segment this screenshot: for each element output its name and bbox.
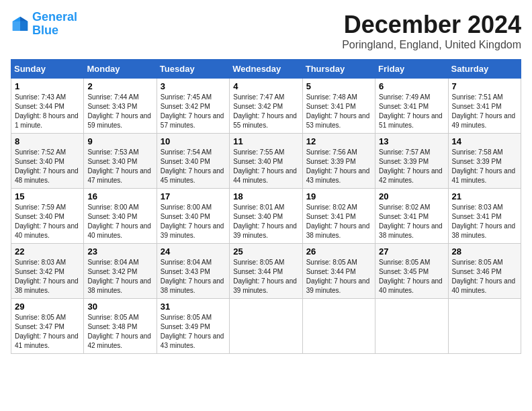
day-number: 4 bbox=[233, 81, 298, 91]
day-number: 25 bbox=[233, 246, 298, 257]
day-info: Sunrise: 7:44 AMSunset: 3:43 PMDaylight:… bbox=[87, 93, 152, 130]
col-header-saturday: Saturday bbox=[448, 60, 521, 79]
day-info: Sunrise: 8:04 AMSunset: 3:42 PMDaylight:… bbox=[87, 258, 152, 295]
day-number: 16 bbox=[87, 191, 152, 201]
col-header-monday: Monday bbox=[84, 60, 157, 79]
day-info: Sunrise: 8:00 AMSunset: 3:40 PMDaylight:… bbox=[161, 203, 226, 240]
day-number: 3 bbox=[161, 81, 226, 91]
day-number: 17 bbox=[161, 191, 226, 201]
day-number: 28 bbox=[452, 246, 517, 257]
day-number: 24 bbox=[161, 246, 226, 257]
day-number: 31 bbox=[161, 302, 226, 312]
day-info: Sunrise: 8:05 AMSunset: 3:47 PMDaylight:… bbox=[15, 313, 80, 351]
day-cell: 2 Sunrise: 7:44 AMSunset: 3:43 PMDayligh… bbox=[84, 79, 157, 134]
day-cell: 18 Sunrise: 8:01 AMSunset: 3:40 PMDaylig… bbox=[230, 189, 302, 244]
day-cell: 11 Sunrise: 7:55 AMSunset: 3:40 PMDaylig… bbox=[230, 134, 302, 189]
day-info: Sunrise: 7:54 AMSunset: 3:40 PMDaylight:… bbox=[161, 148, 226, 185]
col-header-wednesday: Wednesday bbox=[230, 60, 302, 79]
day-cell: 14 Sunrise: 7:58 AMSunset: 3:39 PMDaylig… bbox=[448, 134, 521, 189]
day-info: Sunrise: 8:05 AMSunset: 3:44 PMDaylight:… bbox=[306, 258, 371, 295]
col-header-thursday: Thursday bbox=[302, 60, 375, 79]
day-info: Sunrise: 7:52 AMSunset: 3:40 PMDaylight:… bbox=[15, 148, 80, 185]
day-info: Sunrise: 8:05 AMSunset: 3:46 PMDaylight:… bbox=[452, 258, 517, 295]
day-info: Sunrise: 8:04 AMSunset: 3:43 PMDaylight:… bbox=[161, 258, 226, 295]
day-cell: 27 Sunrise: 8:05 AMSunset: 3:45 PMDaylig… bbox=[375, 244, 448, 299]
day-info: Sunrise: 7:49 AMSunset: 3:41 PMDaylight:… bbox=[379, 93, 444, 130]
day-number: 10 bbox=[161, 136, 226, 146]
day-cell bbox=[302, 299, 375, 354]
day-info: Sunrise: 8:05 AMSunset: 3:45 PMDaylight:… bbox=[379, 258, 444, 295]
day-cell: 1 Sunrise: 7:43 AMSunset: 3:44 PMDayligh… bbox=[11, 79, 84, 134]
day-info: Sunrise: 7:56 AMSunset: 3:39 PMDaylight:… bbox=[306, 148, 371, 185]
day-number: 23 bbox=[87, 246, 152, 257]
day-info: Sunrise: 7:59 AMSunset: 3:40 PMDaylight:… bbox=[15, 203, 80, 240]
page-header: General Blue December 2024 Poringland, E… bbox=[11, 11, 521, 51]
day-info: Sunrise: 7:47 AMSunset: 3:42 PMDaylight:… bbox=[233, 93, 298, 130]
day-number: 22 bbox=[15, 246, 80, 257]
title-block: December 2024 Poringland, England, Unite… bbox=[342, 11, 521, 51]
logo-line1: General bbox=[32, 10, 77, 24]
calendar-table: SundayMondayTuesdayWednesdayThursdayFrid… bbox=[11, 59, 521, 354]
day-number: 27 bbox=[379, 246, 444, 257]
day-number: 14 bbox=[452, 136, 517, 146]
logo-icon bbox=[11, 15, 30, 34]
day-number: 8 bbox=[15, 136, 80, 146]
day-cell: 12 Sunrise: 7:56 AMSunset: 3:39 PMDaylig… bbox=[302, 134, 375, 189]
day-number: 20 bbox=[379, 191, 444, 201]
week-row-2: 8 Sunrise: 7:52 AMSunset: 3:40 PMDayligh… bbox=[11, 134, 521, 189]
day-info: Sunrise: 8:05 AMSunset: 3:44 PMDaylight:… bbox=[233, 258, 298, 295]
day-cell: 21 Sunrise: 8:03 AMSunset: 3:41 PMDaylig… bbox=[448, 189, 521, 244]
day-number: 30 bbox=[87, 302, 152, 312]
day-cell: 16 Sunrise: 8:00 AMSunset: 3:40 PMDaylig… bbox=[84, 189, 157, 244]
day-number: 9 bbox=[87, 136, 152, 146]
day-info: Sunrise: 8:05 AMSunset: 3:48 PMDaylight:… bbox=[87, 313, 152, 351]
day-number: 11 bbox=[233, 136, 298, 146]
day-cell: 17 Sunrise: 8:00 AMSunset: 3:40 PMDaylig… bbox=[157, 189, 229, 244]
day-cell: 5 Sunrise: 7:48 AMSunset: 3:41 PMDayligh… bbox=[302, 79, 375, 134]
svg-marker-1 bbox=[20, 17, 28, 21]
day-number: 29 bbox=[15, 302, 80, 312]
svg-marker-2 bbox=[20, 21, 28, 31]
logo-line2: Blue bbox=[32, 24, 58, 37]
day-number: 26 bbox=[306, 246, 371, 257]
day-cell: 22 Sunrise: 8:03 AMSunset: 3:42 PMDaylig… bbox=[11, 244, 84, 299]
day-cell: 7 Sunrise: 7:51 AMSunset: 3:41 PMDayligh… bbox=[448, 79, 521, 134]
col-header-tuesday: Tuesday bbox=[157, 60, 229, 79]
day-number: 5 bbox=[306, 81, 371, 91]
day-info: Sunrise: 8:05 AMSunset: 3:49 PMDaylight:… bbox=[161, 313, 226, 351]
day-cell: 6 Sunrise: 7:49 AMSunset: 3:41 PMDayligh… bbox=[375, 79, 448, 134]
day-cell: 4 Sunrise: 7:47 AMSunset: 3:42 PMDayligh… bbox=[230, 79, 302, 134]
day-info: Sunrise: 7:51 AMSunset: 3:41 PMDaylight:… bbox=[452, 93, 517, 130]
day-cell: 3 Sunrise: 7:45 AMSunset: 3:42 PMDayligh… bbox=[157, 79, 229, 134]
day-cell: 20 Sunrise: 8:02 AMSunset: 3:41 PMDaylig… bbox=[375, 189, 448, 244]
day-cell: 15 Sunrise: 7:59 AMSunset: 3:40 PMDaylig… bbox=[11, 189, 84, 244]
col-header-sunday: Sunday bbox=[11, 60, 84, 79]
day-number: 2 bbox=[87, 81, 152, 91]
day-info: Sunrise: 7:55 AMSunset: 3:40 PMDaylight:… bbox=[233, 148, 298, 185]
day-cell bbox=[448, 299, 521, 354]
day-cell: 13 Sunrise: 7:57 AMSunset: 3:39 PMDaylig… bbox=[375, 134, 448, 189]
day-info: Sunrise: 7:45 AMSunset: 3:42 PMDaylight:… bbox=[161, 93, 226, 130]
day-number: 18 bbox=[233, 191, 298, 201]
logo-text: General Blue bbox=[32, 11, 77, 38]
week-row-4: 22 Sunrise: 8:03 AMSunset: 3:42 PMDaylig… bbox=[11, 244, 521, 299]
day-cell: 30 Sunrise: 8:05 AMSunset: 3:48 PMDaylig… bbox=[84, 299, 157, 354]
week-row-1: 1 Sunrise: 7:43 AMSunset: 3:44 PMDayligh… bbox=[11, 79, 521, 134]
calendar-subtitle: Poringland, England, United Kingdom bbox=[342, 39, 521, 51]
day-cell: 25 Sunrise: 8:05 AMSunset: 3:44 PMDaylig… bbox=[230, 244, 302, 299]
day-cell: 29 Sunrise: 8:05 AMSunset: 3:47 PMDaylig… bbox=[11, 299, 84, 354]
header-row: SundayMondayTuesdayWednesdayThursdayFrid… bbox=[11, 60, 521, 79]
day-cell: 9 Sunrise: 7:53 AMSunset: 3:40 PMDayligh… bbox=[84, 134, 157, 189]
day-cell: 26 Sunrise: 8:05 AMSunset: 3:44 PMDaylig… bbox=[302, 244, 375, 299]
day-cell bbox=[375, 299, 448, 354]
day-number: 7 bbox=[452, 81, 517, 91]
day-cell bbox=[230, 299, 302, 354]
day-number: 21 bbox=[452, 191, 517, 201]
day-info: Sunrise: 8:03 AMSunset: 3:41 PMDaylight:… bbox=[452, 203, 517, 240]
day-info: Sunrise: 7:58 AMSunset: 3:39 PMDaylight:… bbox=[452, 148, 517, 185]
day-info: Sunrise: 8:00 AMSunset: 3:40 PMDaylight:… bbox=[87, 203, 152, 240]
day-number: 1 bbox=[15, 81, 80, 91]
day-cell: 8 Sunrise: 7:52 AMSunset: 3:40 PMDayligh… bbox=[11, 134, 84, 189]
day-info: Sunrise: 7:43 AMSunset: 3:44 PMDaylight:… bbox=[15, 93, 80, 130]
day-info: Sunrise: 8:02 AMSunset: 3:41 PMDaylight:… bbox=[379, 203, 444, 240]
